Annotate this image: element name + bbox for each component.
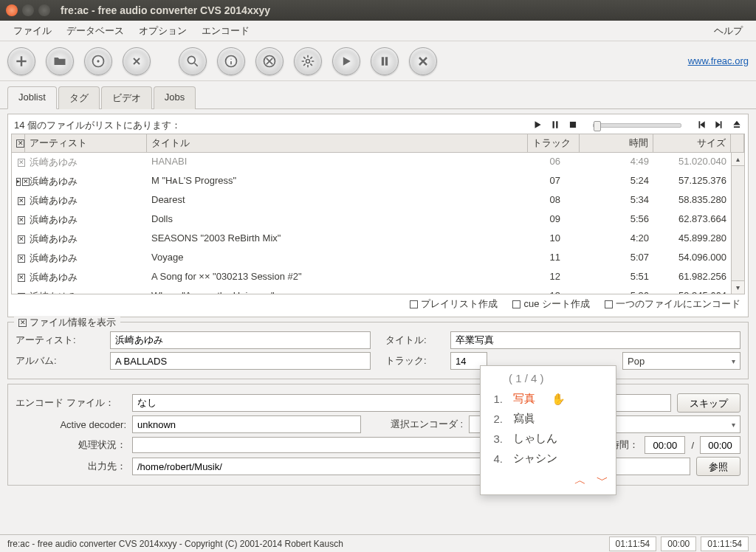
window-minimize-icon[interactable]: [22, 4, 34, 16]
next-icon[interactable]: [714, 120, 724, 132]
table-row[interactable]: ✕浜崎あゆみHANABI064:4951.020.040: [12, 153, 744, 172]
play-icon[interactable]: [532, 120, 543, 132]
ime-candidate-popup: ( 1 / 4 ) 1.写真✋2.寫眞3.しゃしん4.シャシン ︿ ﹀: [480, 365, 616, 495]
joblist-rows: ✕浜崎あゆみHANABI064:4951.020.040▸✕浜崎あゆみM "Hᴀ…: [11, 153, 745, 294]
tabstrip: Joblist タグ ビデオ Jobs: [0, 81, 756, 109]
seek-slider[interactable]: [593, 123, 681, 128]
eject-icon[interactable]: [732, 120, 742, 132]
tab-jobs[interactable]: Jobs: [154, 86, 196, 109]
encodefile-label: エンコード ファイル：: [16, 396, 126, 410]
opt-cuesheet[interactable]: cue シート作成: [512, 297, 590, 311]
time-total: [700, 436, 740, 454]
fileinfo-group: ✕ファイル情報を表示 アーティスト: アルバム: タイトル: トラック: Pop: [7, 322, 749, 379]
artist-input[interactable]: [110, 331, 371, 349]
joblist-pane: 14 個のファイルがリストにあります： ✕ アーティスト タイトル トラック 時…: [7, 114, 749, 317]
add-files-button[interactable]: [7, 47, 35, 75]
scrollbar[interactable]: ▴ ▾: [731, 153, 744, 294]
pause-icon[interactable]: [550, 120, 560, 132]
table-row[interactable]: ✕浜崎あゆみDolls095:5662.873.664: [12, 210, 744, 230]
statusbar: fre:ac - free audio converter CVS 2014xx…: [0, 534, 756, 552]
stop-icon[interactable]: [568, 120, 578, 132]
table-row[interactable]: ✕浜崎あゆみWho... "Across the Universe"135:36…: [12, 287, 744, 294]
col-time[interactable]: 時間: [580, 134, 653, 152]
encoder-label: 選択エンコーダ :: [367, 418, 463, 431]
svg-rect-6: [570, 121, 576, 127]
track-label: トラック:: [385, 354, 444, 368]
col-check[interactable]: ✕: [12, 134, 25, 152]
browse-button[interactable]: 参照: [696, 457, 740, 476]
album-input[interactable]: [110, 352, 371, 370]
svg-point-1: [97, 60, 99, 62]
ime-candidate[interactable]: 1.写真✋: [488, 389, 608, 409]
fileinfo-toggle[interactable]: ✕: [18, 319, 27, 327]
ime-counter: ( 1 / 4 ): [488, 372, 608, 384]
ime-candidate[interactable]: 4.シャシン: [488, 449, 608, 469]
status-text: fre:ac - free audio converter CVS 2014xx…: [7, 539, 343, 549]
skip-button[interactable]: スキップ: [677, 393, 740, 413]
menu-options[interactable]: オプション: [131, 21, 194, 41]
remove-button[interactable]: [123, 47, 151, 75]
col-track[interactable]: トラック: [528, 134, 580, 152]
pause-button[interactable]: [371, 47, 399, 75]
table-row[interactable]: ✕浜崎あゆみSEASONS "2003 ReBirth Mix"104:2045…: [12, 230, 744, 249]
ime-candidate[interactable]: 2.寫眞: [488, 409, 608, 429]
col-title[interactable]: タイトル: [147, 134, 528, 152]
info-button[interactable]: [217, 47, 245, 75]
prev-icon[interactable]: [696, 120, 707, 132]
menu-database[interactable]: データベース: [59, 21, 131, 41]
decoder-input[interactable]: [132, 415, 361, 433]
title-input[interactable]: [450, 331, 740, 349]
table-row[interactable]: ✕浜崎あゆみDearest085:3458.835.280: [12, 191, 744, 210]
table-row[interactable]: ▸✕浜崎あゆみM "HᴀL'S Progress"075:2457.125.37…: [12, 172, 744, 191]
menu-help[interactable]: ヘルプ: [707, 21, 750, 41]
encode-group: エンコード ファイル： スキップ Active decoder: 選択エンコーダ…: [7, 384, 749, 486]
status-time-3: 01:11:54: [701, 537, 749, 551]
col-size[interactable]: サイズ: [653, 134, 731, 152]
title-label: タイトル:: [385, 334, 444, 347]
svg-point-5: [306, 59, 310, 63]
window-maximize-icon[interactable]: [38, 4, 50, 16]
settings-button[interactable]: [294, 47, 322, 75]
ime-prev-icon[interactable]: ︿: [574, 473, 586, 489]
window-titlebar: fre:ac - free audio converter CVS 2014xx…: [0, 0, 756, 21]
tab-joblist[interactable]: Joblist: [7, 86, 57, 109]
table-row[interactable]: ✕浜崎あゆみA Song for ×× "030213 Session #2"1…: [12, 268, 744, 287]
scroll-down-icon[interactable]: ▾: [732, 280, 744, 294]
status-time-2: 00:00: [661, 537, 696, 551]
menu-file[interactable]: ファイル: [6, 21, 59, 41]
decoder-label: Active decoder:: [16, 419, 126, 430]
fileinfo-legend: ファイル情報を表示: [30, 316, 116, 329]
toolbar: www.freac.org: [0, 41, 756, 81]
window-title: fre:ac - free audio converter CVS 2014xx…: [61, 4, 270, 16]
opt-playlist[interactable]: プレイリスト作成: [410, 297, 498, 311]
tab-tag[interactable]: タグ: [58, 86, 100, 109]
joblist-summary: 14 個のファイルがリストにあります：: [14, 119, 532, 132]
menubar: ファイル データベース オプション エンコード ヘルプ: [0, 21, 756, 41]
opt-onefile[interactable]: 一つのファイルにエンコード: [605, 297, 740, 311]
status-time-1: 01:11:54: [609, 537, 657, 551]
menu-encode[interactable]: エンコード: [194, 21, 257, 41]
col-artist[interactable]: アーティスト: [25, 134, 147, 152]
output-label: 出力先：: [16, 460, 126, 473]
svg-point-2: [188, 56, 195, 63]
table-row[interactable]: ✕浜崎あゆみVoyage115:0754.096.000: [12, 249, 744, 268]
window-close-icon[interactable]: [6, 4, 18, 16]
ime-next-icon[interactable]: ﹀: [597, 473, 608, 489]
ime-candidate[interactable]: 3.しゃしん: [488, 429, 608, 449]
time-elapsed: [645, 436, 685, 454]
progress-label: 処理状況：: [16, 438, 126, 452]
column-headers: ✕ アーティスト タイトル トラック 時間 サイズ: [11, 134, 745, 153]
stop-button[interactable]: [409, 47, 437, 75]
genre-select[interactable]: Pop: [622, 352, 740, 370]
cd-button[interactable]: [84, 47, 112, 75]
album-label: アルバム:: [16, 354, 104, 368]
artist-label: アーティスト:: [16, 334, 104, 347]
cancel-button[interactable]: [255, 47, 284, 75]
scroll-up-icon[interactable]: ▴: [732, 153, 744, 166]
play-button[interactable]: [332, 47, 360, 75]
website-link[interactable]: www.freac.org: [688, 55, 749, 66]
add-folder-button[interactable]: [46, 47, 74, 75]
tab-video[interactable]: ビデオ: [101, 86, 152, 109]
search-button[interactable]: [179, 47, 207, 75]
